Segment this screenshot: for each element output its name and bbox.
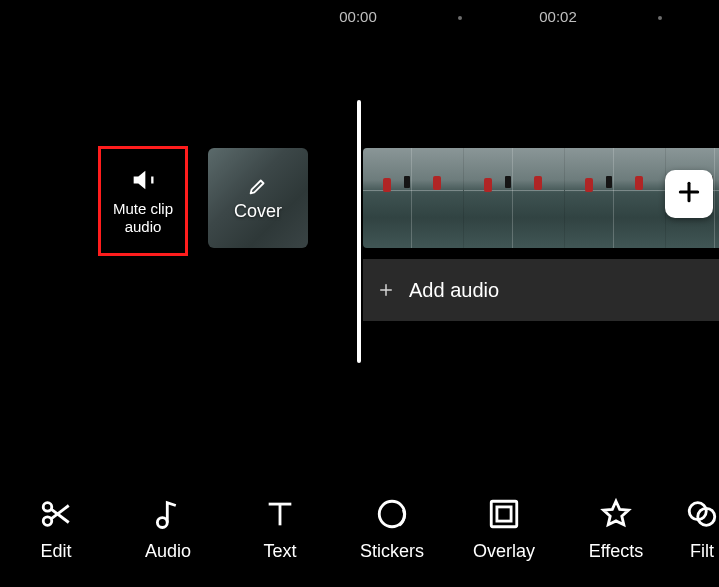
mute-clip-audio-button[interactable]: Mute clip audio (98, 146, 188, 256)
overlay-icon (487, 497, 521, 531)
tool-label: Effects (589, 541, 644, 562)
ruler-time-1: 00:02 (539, 8, 577, 25)
ruler-tick-dot (658, 16, 662, 20)
scissors-icon (39, 497, 73, 531)
tool-label: Edit (40, 541, 71, 562)
star-icon (599, 497, 633, 531)
playhead[interactable] (357, 100, 361, 363)
tool-stickers[interactable]: Stickers (336, 497, 448, 562)
clip-thumbnail (464, 148, 565, 248)
svg-rect-13 (491, 501, 517, 527)
tool-label: Audio (145, 541, 191, 562)
filters-icon (685, 497, 719, 531)
pencil-icon (247, 175, 269, 197)
sticker-icon (375, 497, 409, 531)
timeline-ruler: 00:00 00:02 (0, 8, 719, 28)
tool-label: Overlay (473, 541, 535, 562)
tool-audio[interactable]: Audio (112, 497, 224, 562)
bottom-toolbar: Edit Audio Text Stickers (0, 489, 719, 569)
add-audio-label: Add audio (409, 279, 499, 302)
add-clip-button[interactable] (665, 170, 713, 218)
tool-label: Stickers (360, 541, 424, 562)
tool-edit[interactable]: Edit (0, 497, 112, 562)
mute-clip-audio-label: Mute clip audio (103, 200, 183, 236)
svg-point-9 (157, 517, 167, 527)
music-note-icon (151, 497, 185, 531)
tool-text[interactable]: Text (224, 497, 336, 562)
tool-label: Text (263, 541, 296, 562)
tool-filters[interactable]: Filt (672, 497, 719, 562)
tool-effects[interactable]: Effects (560, 497, 672, 562)
plus-icon (377, 281, 395, 299)
clip-thumbnail (565, 148, 666, 248)
add-audio-button[interactable]: Add audio (363, 259, 719, 321)
svg-rect-14 (497, 506, 511, 520)
ruler-time-0: 00:00 (339, 8, 377, 25)
cover-button[interactable]: Cover (208, 148, 308, 248)
ruler-tick-dot (458, 16, 462, 20)
cover-label: Cover (234, 201, 282, 222)
tool-overlay[interactable]: Overlay (448, 497, 560, 562)
text-icon (263, 497, 297, 531)
speaker-icon (129, 166, 157, 194)
clip-thumbnail (363, 148, 464, 248)
timeline-area: Mute clip audio Cover (0, 100, 719, 370)
plus-icon (676, 179, 702, 209)
tool-label: Filt (690, 541, 714, 562)
